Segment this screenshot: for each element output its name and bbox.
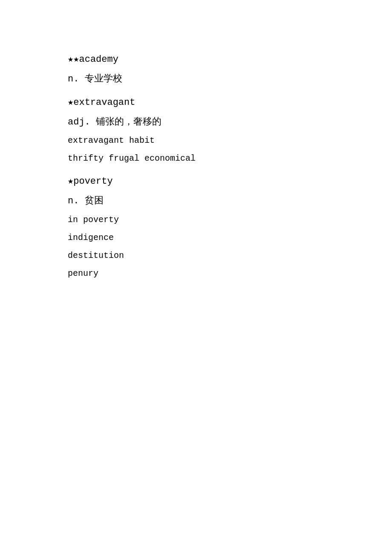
entry-synonym-poverty-3: penury xyxy=(68,266,324,281)
entry-example-poverty-1: in poverty xyxy=(68,212,324,228)
entry-academy: ★★academy n. 专业学校 xyxy=(68,51,324,87)
entry-poverty: ★poverty n. 贫困 in poverty indigence dest… xyxy=(68,173,324,281)
star-icon: ★ xyxy=(68,54,73,65)
entry-synonym-poverty-1: indigence xyxy=(68,230,324,246)
entry-definition-extravagant: adj. 铺张的，奢移的 xyxy=(68,114,324,131)
entry-heading-poverty: ★poverty xyxy=(68,173,324,190)
entry-heading-academy: ★★academy xyxy=(68,51,324,68)
entry-example-extravagant-1: extravagant habit xyxy=(68,133,324,148)
entry-synonyms-extravagant: thrifty frugal economical xyxy=(68,151,324,166)
entry-definition-academy: n. 专业学校 xyxy=(68,71,324,88)
entry-definition-poverty: n. 贫困 xyxy=(68,193,324,210)
star-icon: ★ xyxy=(68,176,73,187)
star-icon: ★ xyxy=(68,97,73,108)
entry-synonym-poverty-2: destitution xyxy=(68,248,324,263)
vocabulary-list: ★★academy n. 专业学校 ★extravagant adj. 铺张的，… xyxy=(68,51,324,281)
entry-extravagant: ★extravagant adj. 铺张的，奢移的 extravagant ha… xyxy=(68,94,324,166)
entry-heading-extravagant: ★extravagant xyxy=(68,94,324,111)
